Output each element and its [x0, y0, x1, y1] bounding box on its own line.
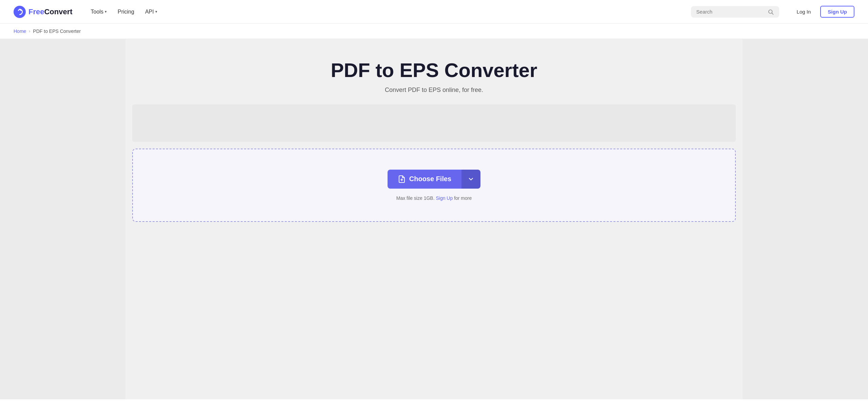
nav-tools[interactable]: Tools ▾	[86, 6, 112, 18]
choose-files-button[interactable]: Choose Files	[388, 170, 461, 189]
choose-files-dropdown-button[interactable]	[461, 170, 480, 189]
api-chevron-icon: ▾	[155, 9, 157, 14]
svg-line-2	[772, 13, 773, 14]
drop-hint-signup-link[interactable]: Sign Up	[436, 195, 453, 201]
breadcrumb-home[interactable]: Home	[14, 28, 26, 34]
sidebar-left	[0, 39, 125, 399]
nav-api[interactable]: API ▾	[140, 6, 162, 18]
breadcrumb-current: PDF to EPS Converter	[33, 28, 81, 34]
logo-convert-text: Convert	[44, 7, 72, 16]
login-button[interactable]: Log In	[793, 6, 815, 17]
logo-icon	[14, 6, 26, 18]
drop-hint: Max file size 1GB. Sign Up for more	[396, 195, 472, 201]
file-icon	[398, 175, 406, 183]
signup-button[interactable]: Sign Up	[820, 6, 854, 18]
drop-zone[interactable]: Choose Files Max file size 1GB. Sign Up …	[132, 149, 736, 222]
search-icon	[768, 9, 774, 15]
page-title: PDF to EPS Converter	[331, 59, 537, 81]
main-content: PDF to EPS Converter Convert PDF to EPS …	[125, 39, 743, 399]
breadcrumb: Home › PDF to EPS Converter	[0, 24, 868, 39]
logo[interactable]: FreeConvert	[14, 6, 73, 18]
auth-area: Log In Sign Up	[793, 6, 854, 18]
ad-banner	[132, 104, 736, 142]
nav-pricing[interactable]: Pricing	[113, 6, 139, 18]
svg-point-0	[14, 6, 26, 18]
breadcrumb-separator: ›	[29, 29, 30, 34]
sidebar-right	[743, 39, 868, 399]
page-layout: PDF to EPS Converter Convert PDF to EPS …	[0, 39, 868, 399]
page-subtitle: Convert PDF to EPS online, for free.	[385, 87, 483, 94]
main-nav: Tools ▾ Pricing API ▾	[86, 6, 681, 18]
logo-free-text: Free	[28, 7, 44, 16]
chevron-down-icon	[468, 176, 474, 183]
header: FreeConvert Tools ▾ Pricing API ▾ Log In…	[0, 0, 868, 24]
search-input[interactable]	[696, 9, 764, 15]
search-bar[interactable]	[691, 6, 779, 18]
choose-files-group: Choose Files	[388, 170, 480, 189]
tools-chevron-icon: ▾	[105, 9, 107, 14]
